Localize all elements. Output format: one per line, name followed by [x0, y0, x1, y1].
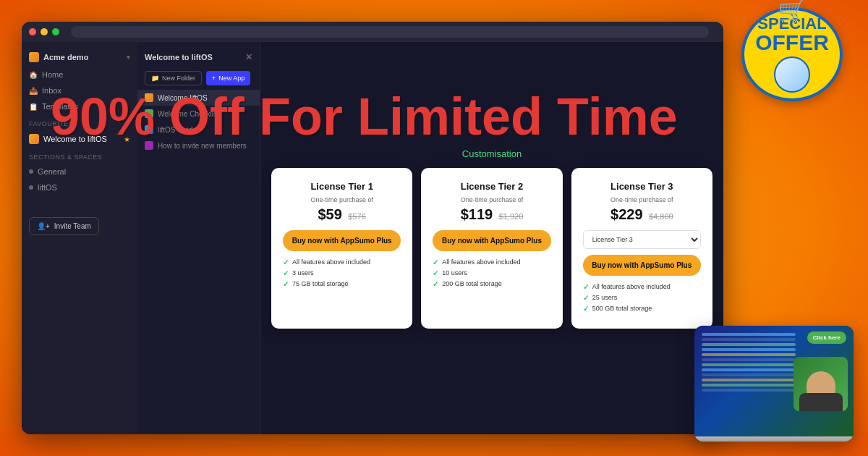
invite-icon	[145, 141, 153, 150]
home-icon: 🏠	[29, 71, 38, 79]
invite-btn-label: Invite Team	[54, 222, 91, 230]
tier3-features: ✓All features above included ✓25 users ✓…	[583, 283, 701, 313]
presenter-face	[793, 357, 848, 411]
check-icon-1: ✓	[283, 258, 289, 266]
template-icon: 📋	[29, 103, 38, 111]
tier2-feature-3: ✓200 GB total storage	[433, 280, 550, 288]
panel-item-invite[interactable]: How to invite new members	[137, 138, 260, 153]
panel-welcome-liftos-label: Welcome liftOS	[158, 94, 208, 102]
pricing-area: Customisation License Tier 1 One-time pu…	[260, 42, 723, 434]
tier1-price: $59 $576	[283, 206, 401, 223]
sidebar-item-inbox[interactable]: 📥 Inbox	[22, 83, 137, 98]
tier1-features: ✓All features above included ✓3 users ✓7…	[283, 258, 401, 288]
tier1-title: License Tier 1	[283, 181, 401, 192]
liftos-dot-icon	[29, 185, 33, 190]
tier3-buy-button[interactable]: Buy now with AppSumo Plus	[583, 255, 701, 276]
tier3-feature-2: ✓25 users	[583, 294, 701, 302]
code-line-1	[702, 333, 796, 336]
code-line-7	[702, 363, 796, 366]
click-here-button[interactable]: Click here	[807, 332, 846, 344]
code-line-10	[702, 379, 796, 381]
workspace-name: Acme demo	[43, 53, 88, 62]
app-body: Acme demo ▾ 🏠 Home 📥 Inbox 📋 Templates F…	[22, 42, 723, 434]
code-line-2	[702, 338, 796, 341]
panel-close-icon[interactable]: ✕	[245, 52, 252, 62]
pricing-card-tier2: License Tier 2 One-time purchase of $119…	[421, 168, 562, 329]
close-dot[interactable]	[29, 28, 36, 35]
sidebar: Acme demo ▾ 🏠 Home 📥 Inbox 📋 Templates F…	[22, 42, 137, 434]
tier1-feature-2: ✓3 users	[283, 269, 401, 277]
sidebar-templates-label: Templates	[42, 102, 78, 111]
face-body	[799, 393, 843, 411]
panel-item-guide[interactable]: liftOS Guide	[137, 122, 260, 138]
tier3-feature-1: ✓All features above included	[583, 283, 701, 291]
code-lines	[702, 333, 796, 434]
check-icon-7: ✓	[583, 283, 589, 291]
panel-left: Welcome to liftOS ✕ 📁 New Folder + New A…	[137, 42, 260, 434]
video-screen: Click here	[694, 326, 854, 442]
check-icon-5: ✓	[433, 269, 438, 277]
panel-item-welcome-liftos[interactable]: Welcome liftOS	[137, 90, 260, 106]
tier2-title: License Tier 2	[433, 181, 550, 192]
sidebar-home-label: Home	[42, 70, 63, 79]
tier2-feature-2: ✓10 users	[433, 269, 550, 277]
workspace-icon	[29, 52, 39, 62]
check-icon-8: ✓	[583, 294, 589, 302]
sidebar-general-label: General	[38, 167, 66, 176]
tier3-title: License Tier 3	[583, 181, 701, 192]
tier3-price-main: $229	[610, 206, 643, 222]
tier1-subtitle: One-time purchase of	[283, 196, 401, 203]
panel-title: Welcome to liftOS	[145, 53, 213, 62]
invite-person-icon: 👤+	[37, 222, 50, 230]
code-line-11	[702, 384, 796, 387]
code-line-8	[702, 368, 796, 371]
maximize-dot[interactable]	[52, 28, 59, 35]
title-bar	[22, 22, 723, 42]
tier1-feature-1: ✓All features above included	[283, 258, 401, 266]
laptop-edge	[694, 436, 854, 442]
sidebar-item-liftos[interactable]: liftOS	[22, 180, 137, 195]
tier1-buy-button[interactable]: Buy now with AppSumo Plus	[283, 230, 401, 251]
sidebar-item-templates[interactable]: 📋 Templates	[22, 98, 137, 114]
check-icon-9: ✓	[583, 305, 589, 313]
sidebar-item-welcome[interactable]: Welcome to liftOS ★	[22, 130, 137, 148]
code-line-4	[702, 348, 796, 351]
new-folder-button[interactable]: 📁 New Folder	[145, 71, 202, 85]
check-icon-4: ✓	[433, 258, 438, 266]
new-app-button[interactable]: + New App	[206, 71, 250, 85]
check-icon-2: ✓	[283, 269, 289, 277]
code-line-9	[702, 373, 796, 376]
panel-actions: 📁 New Folder + New App	[137, 67, 260, 90]
welcome-liftos-icon	[145, 93, 153, 102]
invite-team-button[interactable]: 👤+ Invite Team	[29, 217, 99, 235]
tier3-dropdown[interactable]: License Tier 3	[583, 230, 701, 249]
tier1-price-main: $59	[318, 206, 342, 222]
folder-icon: 📁	[151, 75, 159, 82]
sidebar-welcome-label: Welcome to liftOS	[43, 135, 107, 143]
tier3-feature-3: ✓500 GB total storage	[583, 305, 701, 313]
main-content: Welcome to liftOS ✕ 📁 New Folder + New A…	[137, 42, 723, 434]
sidebar-item-home[interactable]: 🏠 Home	[22, 67, 137, 83]
video-thumbnail[interactable]: Click here	[694, 326, 854, 442]
pricing-cards-row: License Tier 1 One-time purchase of $59 …	[271, 168, 712, 329]
workspace-header[interactable]: Acme demo ▾	[22, 48, 137, 67]
cart-icon: 🛒	[778, 0, 807, 25]
tier2-price: $119 $1,920	[433, 206, 550, 223]
plus-icon: +	[212, 75, 216, 82]
section-spaces: Sections & Spaces	[22, 148, 137, 164]
panel-guide-label: liftOS Guide	[158, 126, 197, 134]
panel-item-welcome-checklist[interactable]: Welcome Checklist	[137, 106, 260, 122]
tier2-features: ✓All features above included ✓10 users ✓…	[433, 258, 550, 288]
sidebar-inbox-label: Inbox	[42, 86, 61, 95]
guide-icon	[145, 125, 153, 134]
tier2-price-original: $1,920	[499, 212, 524, 221]
tier1-price-original: $576	[348, 212, 365, 221]
code-line-3	[702, 343, 796, 346]
check-icon-6: ✓	[433, 280, 438, 288]
sidebar-item-general[interactable]: General	[22, 164, 137, 180]
special-offer-badge: 🛒 SPECIAL OFFER	[731, 7, 854, 101]
tier3-price: $229 $4,800	[583, 206, 701, 223]
minimize-dot[interactable]	[41, 28, 48, 35]
tier2-subtitle: One-time purchase of	[433, 196, 550, 203]
tier2-buy-button[interactable]: Buy now with AppSumo Plus	[433, 230, 550, 251]
